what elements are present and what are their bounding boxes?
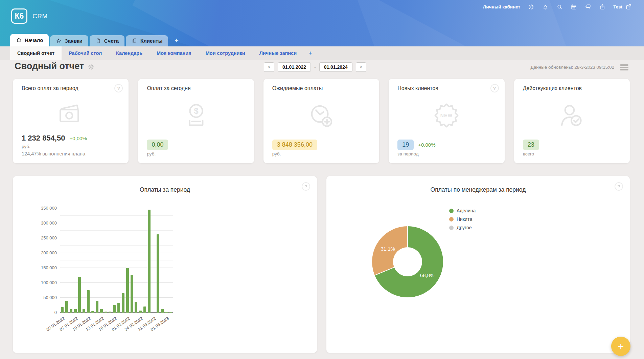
subtab-moya-kompaniya[interactable]: Моя компания xyxy=(150,46,199,60)
add-subtab-button[interactable]: + xyxy=(304,46,317,60)
bar[interactable] xyxy=(78,277,81,313)
subtab-lichnye-zapisi[interactable]: Личные записи xyxy=(252,46,304,60)
bar[interactable] xyxy=(157,234,159,313)
help-icon[interactable]: ? xyxy=(615,182,623,191)
legend-dot xyxy=(449,209,454,213)
expected-payments-badge: 3 848 356,00 xyxy=(272,140,317,150)
currency-unit: руб. xyxy=(147,151,245,156)
help-icon[interactable]: ? xyxy=(490,84,499,92)
add-tab-button[interactable]: + xyxy=(169,37,183,46)
subtab-kalendar[interactable]: Календарь xyxy=(109,46,150,60)
chart-legend: Аделина Никита Другое xyxy=(449,208,476,233)
topbar: Личный кабинет Test xyxy=(483,2,632,12)
bar[interactable] xyxy=(70,309,72,313)
date-next-button[interactable]: > xyxy=(356,62,366,72)
banknote-icon xyxy=(22,91,120,134)
tab-klienty[interactable]: Клиенты xyxy=(126,35,168,46)
subtab-svodny-otchet[interactable]: Сводный отчет xyxy=(10,46,62,60)
tab-zayavki[interactable]: Заявки xyxy=(50,35,88,46)
payments-today-badge: 0,00 xyxy=(147,140,168,150)
star-icon xyxy=(56,38,62,44)
card-total-payments: Всего оплат за период ? 1 232 854,50 +0,… xyxy=(13,79,129,163)
document-icon xyxy=(95,38,101,44)
subtab-moi-sotrudniki[interactable]: Мои сотрудники xyxy=(199,46,252,60)
bell-icon[interactable] xyxy=(542,4,549,10)
bar[interactable] xyxy=(148,210,151,313)
bar[interactable] xyxy=(139,311,142,313)
legend-item-adelina[interactable]: Аделина xyxy=(449,208,476,213)
bar[interactable] xyxy=(65,301,68,313)
bar[interactable] xyxy=(143,307,146,313)
search-icon[interactable] xyxy=(556,4,563,10)
date-prev-button[interactable]: < xyxy=(264,62,274,72)
card-title: Ожидаемые оплаты xyxy=(272,85,370,91)
user-name[interactable]: Test xyxy=(613,4,622,9)
calendar-icon[interactable] xyxy=(571,4,577,10)
date-from-input[interactable] xyxy=(278,62,311,72)
bar[interactable] xyxy=(117,303,120,313)
legend-item-nikita[interactable]: Никита xyxy=(449,216,476,222)
user-menu[interactable]: Test xyxy=(613,4,632,10)
kpi-cards-row: Всего оплат за период ? 1 232 854,50 +0,… xyxy=(13,79,630,163)
help-icon[interactable]: ? xyxy=(302,182,310,191)
bar[interactable] xyxy=(109,312,111,313)
app-logo: К6 CRM xyxy=(11,8,48,24)
personal-cabinet-link[interactable]: Личный кабинет xyxy=(483,4,520,9)
date-to-input[interactable] xyxy=(319,62,352,72)
bar[interactable] xyxy=(91,311,94,313)
bar-plot-area[interactable] xyxy=(60,208,173,313)
card-new-clients: Новых клиентов ? NEW 19 +0,00% за период xyxy=(389,79,504,163)
card-title: Новых клиентов xyxy=(397,85,496,91)
bar[interactable] xyxy=(169,312,172,313)
bar[interactable] xyxy=(105,312,107,313)
bar-chart[interactable]: 050 000100 000150 000200 000250 000300 0… xyxy=(13,208,317,351)
tab-nachalo[interactable]: Начало xyxy=(10,34,49,46)
bar-chart-title: Оплаты за период xyxy=(13,186,317,193)
menu-icon[interactable] xyxy=(620,64,628,71)
bar[interactable] xyxy=(100,309,103,313)
logout-icon[interactable] xyxy=(625,4,632,10)
bar[interactable] xyxy=(126,268,129,313)
add-record-fab[interactable]: + xyxy=(611,337,630,356)
donut-chart[interactable]: 68,8%31,1% xyxy=(372,226,443,297)
bar[interactable] xyxy=(61,307,64,313)
legend-dot xyxy=(449,226,454,230)
bar[interactable] xyxy=(135,302,137,313)
total-payments-value: 1 232 854,50 xyxy=(22,134,65,143)
card-expected-payments: Ожидаемые оплаты 3 848 356,00 руб. xyxy=(263,79,379,163)
data-updated-text: Данные обновлены: 28-3-2023 09:15:02 xyxy=(531,65,614,70)
tab-label: Заявки xyxy=(65,38,82,44)
report-settings-gear-icon[interactable] xyxy=(88,63,95,70)
logo-suffix: CRM xyxy=(32,13,48,20)
bar[interactable] xyxy=(74,309,77,313)
card-title: Действующих клиентов xyxy=(523,85,621,91)
bar[interactable] xyxy=(165,312,168,313)
bar[interactable] xyxy=(113,305,116,313)
share-icon[interactable] xyxy=(599,4,605,10)
coin-deposit-icon: $ xyxy=(147,91,245,140)
bar[interactable] xyxy=(131,275,133,313)
card-payments-today: Оплат за сегодня $ 0,00 руб. xyxy=(138,79,254,163)
pie-chart-title: Оплаты по менеджерам за период xyxy=(326,186,630,193)
bar[interactable] xyxy=(122,293,124,313)
bar[interactable] xyxy=(161,309,164,313)
bar[interactable] xyxy=(87,290,90,313)
clock-plus-icon xyxy=(272,91,370,140)
bar[interactable] xyxy=(96,301,98,313)
gear-icon[interactable] xyxy=(528,4,534,10)
legend-dot xyxy=(449,217,454,221)
help-icon[interactable]: ? xyxy=(114,84,123,92)
total-unit: всего xyxy=(523,151,621,156)
managers-chart-panel: Оплаты по менеджерам за период ? 68,8%31… xyxy=(326,176,630,353)
new-badge-icon: NEW xyxy=(397,91,496,140)
currency-unit: руб. xyxy=(22,144,120,149)
subtab-rabochiy-stol[interactable]: Рабочий стол xyxy=(62,46,109,60)
main-tabs: Начало Заявки Счета Клиенты + xyxy=(10,34,184,46)
svg-text:$: $ xyxy=(194,107,198,115)
legend-item-drugoe[interactable]: Другое xyxy=(449,225,476,230)
chat-icon[interactable] xyxy=(585,4,591,10)
active-clients-badge: 23 xyxy=(523,140,539,150)
bar[interactable] xyxy=(83,309,85,313)
tab-scheta[interactable]: Счета xyxy=(90,35,124,46)
tab-label: Начало xyxy=(25,37,43,43)
